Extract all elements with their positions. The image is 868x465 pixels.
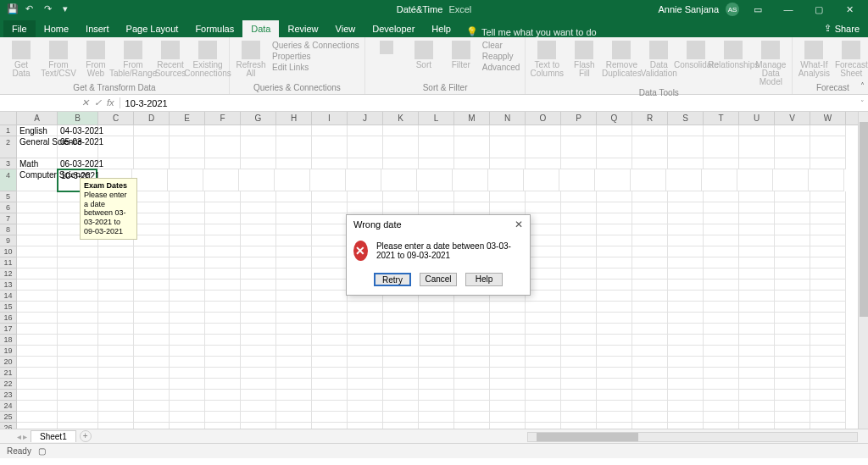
cell-I12[interactable] [312, 268, 348, 280]
cell-A10[interactable] [17, 246, 58, 257]
dialog-close-icon[interactable]: ✕ [515, 219, 523, 230]
cell-T2[interactable] [704, 136, 739, 158]
cell-J6[interactable] [348, 202, 383, 213]
cell-Q22[interactable] [597, 379, 632, 390]
cell-G8[interactable] [241, 224, 276, 235]
cell-R25[interactable] [632, 412, 668, 423]
cell-T14[interactable] [704, 291, 739, 302]
cell-H20[interactable] [276, 357, 312, 368]
cell-C18[interactable] [98, 335, 134, 346]
get-data-button[interactable]: Get Data [5, 41, 37, 78]
cell-A4[interactable]: Computer Science [17, 169, 58, 191]
cell-V25[interactable] [775, 412, 810, 423]
cell-O22[interactable] [526, 379, 561, 390]
cell-N24[interactable] [490, 401, 526, 412]
tab-page-layout[interactable]: Page Layout [118, 20, 187, 37]
cell-R16[interactable] [632, 313, 668, 324]
cell-F20[interactable] [205, 357, 241, 368]
cell-U25[interactable] [739, 412, 775, 423]
cell-Q10[interactable] [597, 246, 632, 257]
whatif-analysis-button[interactable]: What-If Analysis [798, 41, 830, 78]
cell-P1[interactable] [561, 125, 597, 136]
cell-T13[interactable] [704, 280, 739, 291]
cell-N19[interactable] [490, 346, 526, 357]
cell-P10[interactable] [561, 246, 597, 257]
row-header-2[interactable]: 2 [0, 136, 17, 158]
cell-J3[interactable] [348, 158, 383, 169]
vertical-scrollbar[interactable] [858, 112, 868, 429]
cell-A16[interactable] [17, 313, 58, 324]
tab-review[interactable]: Review [279, 20, 326, 37]
cell-B2[interactable]: 05-03-2021 [58, 136, 98, 158]
cell-O18[interactable] [526, 335, 561, 346]
cell-V7[interactable] [775, 213, 810, 224]
row-header-12[interactable]: 12 [0, 268, 17, 280]
cell-O24[interactable] [526, 401, 561, 412]
column-header-I[interactable]: I [312, 112, 348, 125]
cell-J26[interactable] [348, 423, 383, 429]
cell-P5[interactable] [561, 191, 597, 202]
cell-M20[interactable] [454, 357, 490, 368]
cell-A1[interactable]: English [17, 125, 58, 136]
cell-W25[interactable] [810, 412, 846, 423]
cell-W24[interactable] [810, 401, 846, 412]
cell-O8[interactable] [526, 224, 561, 235]
column-header-B[interactable]: B [58, 112, 98, 125]
cell-F21[interactable] [205, 368, 241, 379]
cell-U21[interactable] [739, 368, 775, 379]
cell-F9[interactable] [205, 235, 241, 246]
cell-C16[interactable] [98, 313, 134, 324]
cell-B18[interactable] [58, 335, 98, 346]
cell-C19[interactable] [98, 346, 134, 357]
minimize-icon[interactable]: — [776, 4, 800, 14]
cell-F5[interactable] [205, 191, 241, 202]
cell-U15[interactable] [739, 302, 775, 313]
cell-T23[interactable] [704, 390, 739, 401]
cell-V20[interactable] [775, 357, 810, 368]
cell-H25[interactable] [276, 412, 312, 423]
cell-N17[interactable] [490, 324, 526, 335]
cell-G7[interactable] [241, 213, 276, 224]
cell-M15[interactable] [454, 302, 490, 313]
from-text-csv-button[interactable]: From Text/CSV [42, 41, 75, 78]
cell-M18[interactable] [454, 335, 490, 346]
cell-P19[interactable] [561, 346, 597, 357]
cell-S24[interactable] [668, 401, 704, 412]
cell-O25[interactable] [526, 412, 561, 423]
cell-T8[interactable] [704, 224, 739, 235]
cell-I24[interactable] [312, 401, 348, 412]
macro-record-icon[interactable]: ▢ [38, 446, 46, 456]
cell-I6[interactable] [312, 202, 348, 213]
cell-P11[interactable] [561, 257, 597, 268]
cell-O15[interactable] [526, 302, 561, 313]
cell-V12[interactable] [775, 268, 810, 280]
cell-F2[interactable] [205, 136, 241, 158]
cell-A8[interactable] [17, 224, 58, 235]
cell-M21[interactable] [454, 368, 490, 379]
cell-U13[interactable] [739, 280, 775, 291]
flash-fill-button[interactable]: Flash Fill [568, 41, 600, 78]
tab-insert[interactable]: Insert [77, 20, 118, 37]
refresh-all-button[interactable]: Refresh All [235, 41, 267, 78]
cell-O9[interactable] [526, 235, 561, 246]
cell-G17[interactable] [241, 324, 276, 335]
cell-F17[interactable] [205, 324, 241, 335]
cell-A25[interactable] [17, 412, 58, 423]
clear-button[interactable]: Clear [482, 41, 520, 50]
cell-L26[interactable] [419, 423, 454, 429]
cell-C23[interactable] [98, 390, 134, 401]
cell-H2[interactable] [276, 136, 312, 158]
cell-S17[interactable] [668, 324, 704, 335]
cell-T22[interactable] [704, 379, 739, 390]
cell-G10[interactable] [241, 246, 276, 257]
cell-A6[interactable] [17, 202, 58, 213]
cell-L21[interactable] [419, 368, 454, 379]
cell-I13[interactable] [312, 280, 348, 291]
cell-Q18[interactable] [597, 335, 632, 346]
new-sheet-button[interactable]: + [80, 430, 92, 442]
cell-C3[interactable] [98, 158, 134, 169]
from-web-button[interactable]: From Web [80, 41, 112, 78]
cell-Q3[interactable] [597, 158, 632, 169]
cell-A22[interactable] [17, 379, 58, 390]
formula-input[interactable]: 10-3-2021 [120, 98, 868, 108]
